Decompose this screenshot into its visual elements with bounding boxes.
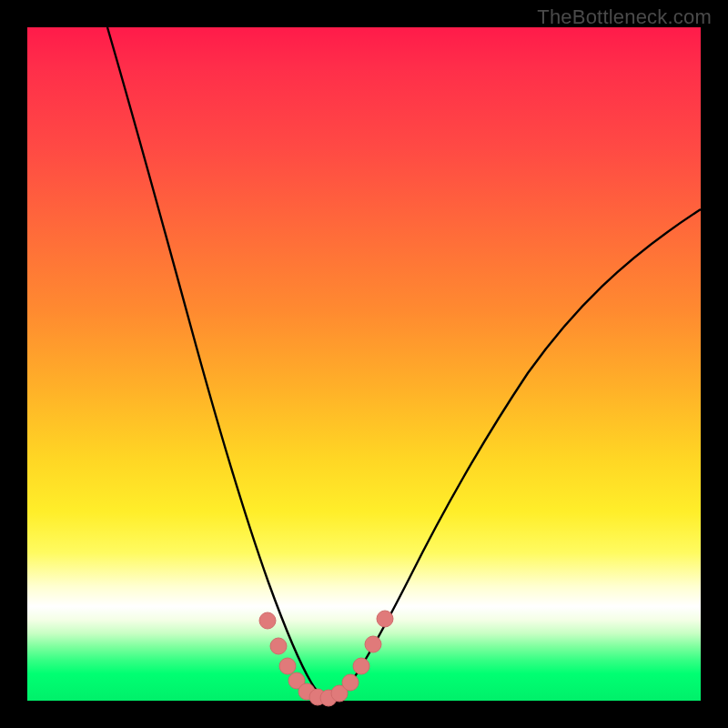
plot-area (27, 27, 701, 701)
chart-frame: TheBottleneck.com (0, 0, 728, 728)
marker-dot (377, 611, 393, 627)
marker-dot (365, 636, 381, 652)
chart-svg (27, 27, 701, 701)
marker-dot (342, 674, 359, 691)
bottleneck-curve (107, 27, 701, 698)
marker-group (259, 611, 393, 706)
watermark-text: TheBottleneck.com (537, 5, 712, 29)
marker-dot (353, 658, 369, 674)
marker-dot (279, 658, 296, 674)
marker-dot (270, 638, 287, 654)
marker-dot (259, 612, 276, 629)
